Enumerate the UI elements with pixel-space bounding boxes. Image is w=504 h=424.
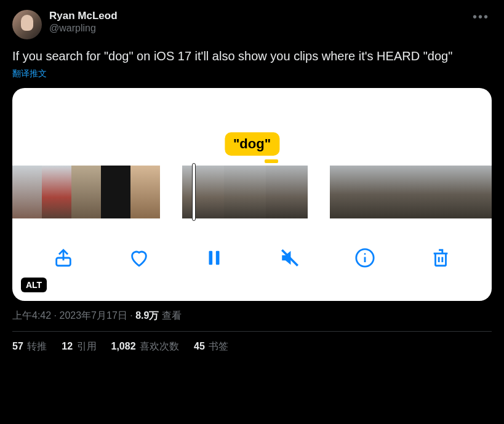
tweet: Ryan McLeod @warpling ••• If you search … [0, 0, 504, 353]
clip-thumb[interactable] [101, 166, 130, 218]
svg-rect-2 [216, 251, 220, 265]
views-label: 查看 [162, 310, 182, 321]
clip-thumb[interactable] [415, 166, 443, 218]
bookmarks-stat[interactable]: 45 书签 [194, 340, 228, 353]
quotes-stat[interactable]: 12 引用 [62, 340, 96, 353]
clip-thumb[interactable] [12, 166, 42, 218]
author-handle: @warpling [49, 22, 463, 34]
svg-rect-1 [209, 251, 213, 265]
clip-thumb[interactable] [443, 166, 471, 218]
clip-thumb[interactable] [358, 166, 386, 218]
clip-thumb[interactable] [182, 166, 224, 218]
retweets-stat[interactable]: 57 转推 [12, 340, 47, 353]
clip-group[interactable] [182, 166, 308, 218]
likes-stat[interactable]: 1,082 喜欢次数 [111, 340, 180, 353]
author-block[interactable]: Ryan McLeod @warpling [49, 10, 463, 34]
media-card[interactable]: "dog" [12, 88, 492, 301]
clip-thumb[interactable] [471, 166, 492, 218]
meta-row: 上午4:42 · 2023年7月17日 · 8.9万 查看 [12, 310, 492, 322]
tweet-header: Ryan McLeod @warpling ••• [12, 10, 492, 39]
clip-timeline[interactable] [12, 166, 492, 218]
clip-thumb[interactable] [386, 166, 415, 218]
scrubber-handle[interactable] [192, 163, 196, 221]
clip-thumb[interactable] [71, 166, 101, 218]
heart-icon[interactable] [129, 247, 150, 268]
clip-thumb[interactable] [330, 166, 358, 218]
alt-badge[interactable]: ALT [21, 278, 47, 292]
search-term-badge: "dog" [225, 132, 279, 156]
clip-thumb[interactable] [224, 166, 266, 218]
clip-group[interactable] [330, 166, 492, 218]
svg-point-6 [364, 253, 366, 255]
tweet-time[interactable]: 上午4:42 [12, 310, 51, 321]
clip-thumb[interactable] [266, 166, 308, 218]
clip-thumb[interactable] [42, 166, 71, 218]
trash-icon[interactable] [430, 247, 451, 268]
mute-icon[interactable] [279, 247, 300, 268]
clip-thumb[interactable] [130, 166, 160, 218]
share-icon[interactable] [53, 247, 74, 268]
more-icon[interactable]: ••• [470, 10, 492, 24]
tweet-text: If you search for "dog" on iOS 17 it'll … [12, 48, 492, 65]
translate-link[interactable]: 翻译推文 [12, 68, 492, 79]
author-name: Ryan McLeod [49, 10, 463, 22]
info-icon[interactable] [354, 247, 375, 268]
avatar[interactable] [12, 10, 42, 39]
pause-icon[interactable] [204, 247, 225, 268]
clip-group[interactable] [12, 166, 160, 218]
views-count: 8.9万 [135, 310, 159, 321]
marker-icon [265, 159, 278, 163]
media-toolbar [12, 243, 492, 273]
tweet-date[interactable]: 2023年7月17日 [60, 310, 127, 321]
stats-row: 57 转推 12 引用 1,082 喜欢次数 45 书签 [12, 332, 492, 353]
